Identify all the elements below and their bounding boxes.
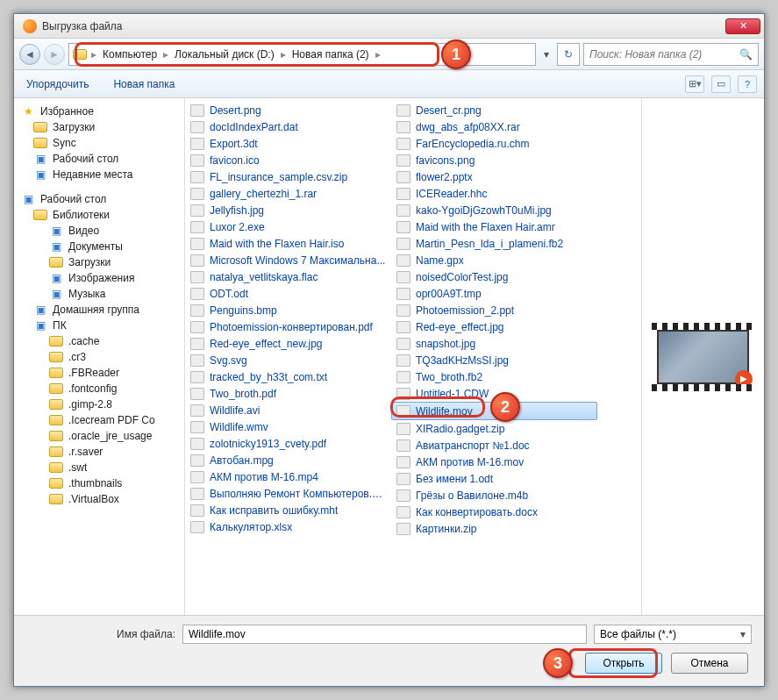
- close-button[interactable]: ✕: [725, 18, 760, 34]
- sidebar[interactable]: ★ИзбранноеЗагрузкиSync▣Рабочий стол▣Неда…: [14, 98, 185, 615]
- toolbar: Упорядочить Новая папка ⊞▾ ▭ ?: [14, 70, 764, 98]
- file-item[interactable]: tracked_by_h33t_com.txt: [185, 368, 391, 385]
- sidebar-item[interactable]: .gimp-2.8: [18, 396, 181, 412]
- file-item[interactable]: Как исправить ошибку.mht: [185, 502, 391, 518]
- sidebar-item[interactable]: .cr3: [18, 349, 181, 365]
- file-item[interactable]: Photoemission-конвертирован.pdf: [185, 318, 391, 335]
- file-item[interactable]: Wildlife.avi: [185, 402, 391, 418]
- file-item[interactable]: XIRadio.gadget.zip: [391, 420, 597, 437]
- preview-pane-button[interactable]: ▭: [711, 75, 731, 93]
- file-item[interactable]: Maid with the Flaxen Hair.iso: [185, 235, 391, 252]
- filename-input[interactable]: [182, 625, 587, 644]
- file-item[interactable]: ICEReader.hhc: [391, 185, 597, 202]
- sidebar-item[interactable]: ▣Документы: [18, 239, 181, 254]
- file-item[interactable]: Maid with the Flaxen Hair.amr: [391, 218, 597, 235]
- organize-button[interactable]: Упорядочить: [21, 75, 94, 94]
- file-item[interactable]: docIdIndexPart.dat: [185, 118, 391, 135]
- file-item[interactable]: Wildlife.wmv: [185, 418, 391, 435]
- sidebar-item[interactable]: .VirtualBox: [18, 491, 181, 507]
- sidebar-item[interactable]: .cache: [18, 333, 181, 349]
- sidebar-item[interactable]: .FBReader: [18, 365, 181, 381]
- file-item[interactable]: Two_broth.fb2: [391, 368, 597, 385]
- file-type-combo[interactable]: Все файлы (*.*) ▾: [594, 625, 752, 644]
- file-item[interactable]: Wildlife.mov: [391, 402, 597, 420]
- sidebar-item[interactable]: Загрузки: [18, 119, 181, 135]
- sidebar-item[interactable]: ▣Видео: [18, 223, 181, 239]
- file-item[interactable]: Red-eye_effect.jpg: [391, 318, 597, 335]
- file-item[interactable]: Как конвертировать.docx: [391, 504, 597, 520]
- sidebar-item[interactable]: ▣Рабочий стол: [18, 151, 181, 167]
- breadcrumb-segment[interactable]: Компьютер: [99, 46, 161, 62]
- sidebar-item[interactable]: ▣Рабочий стол: [18, 191, 181, 207]
- sidebar-item[interactable]: ▣Домашняя группа: [18, 302, 181, 318]
- sidebar-item[interactable]: .oracle_jre_usage: [18, 428, 181, 444]
- file-item[interactable]: Export.3dt: [185, 135, 391, 152]
- sidebar-item[interactable]: .thumbnails: [18, 475, 181, 491]
- file-item[interactable]: favicons.png: [391, 152, 597, 168]
- file-item[interactable]: favicon.ico: [185, 152, 391, 168]
- file-item[interactable]: Microsoft Windows 7 Максимальна...: [185, 252, 391, 268]
- help-button[interactable]: ?: [738, 75, 757, 93]
- sidebar-item[interactable]: ▣Музыка: [18, 286, 181, 302]
- file-item[interactable]: Без имени 1.odt: [391, 470, 597, 487]
- file-item[interactable]: Luxor 2.exe: [185, 218, 391, 235]
- file-item[interactable]: Untitled-1.CDW: [391, 385, 597, 402]
- file-item[interactable]: FarEncyclopedia.ru.chm: [391, 135, 597, 152]
- breadcrumb-segment[interactable]: Локальный диск (D:): [171, 46, 278, 62]
- file-item[interactable]: noisedColorTest.jpg: [391, 268, 597, 285]
- file-item[interactable]: dwg_abs_afp08XX.rar: [391, 118, 597, 135]
- file-item[interactable]: Penguins.bmp: [185, 302, 391, 318]
- file-item[interactable]: Two_broth.pdf: [185, 385, 391, 402]
- new-folder-button[interactable]: Новая папка: [108, 75, 180, 94]
- file-item[interactable]: Svg.svg: [185, 352, 391, 368]
- sidebar-item[interactable]: ▣ПК: [18, 318, 181, 333]
- file-item[interactable]: АКМ против М-16.mov: [391, 454, 597, 470]
- file-item[interactable]: Картинки.zip: [391, 520, 597, 537]
- search-box[interactable]: 🔍: [583, 43, 759, 66]
- sidebar-item[interactable]: .Icecream PDF Co: [18, 412, 181, 428]
- sidebar-item[interactable]: Загрузки: [18, 254, 181, 270]
- sidebar-item[interactable]: .fontconfig: [18, 381, 181, 396]
- file-item[interactable]: zolotnicky1913_cvety.pdf: [185, 435, 391, 452]
- refresh-button[interactable]: ↻: [557, 43, 580, 66]
- cancel-button[interactable]: Отмена: [671, 653, 748, 674]
- file-item[interactable]: gallery_chertezhi_1.rar: [185, 185, 391, 202]
- view-options-button[interactable]: ⊞▾: [685, 75, 704, 93]
- sidebar-item[interactable]: Sync: [18, 135, 181, 151]
- file-item[interactable]: Desert.png: [185, 102, 391, 118]
- file-item[interactable]: Name.gpx: [391, 252, 597, 268]
- file-item[interactable]: flower2.pptx: [391, 168, 597, 185]
- file-item[interactable]: Автобан.mpg: [185, 452, 391, 468]
- file-item[interactable]: Jellyfish.jpg: [185, 202, 391, 218]
- file-item[interactable]: snapshot.jpg: [391, 335, 597, 352]
- file-item[interactable]: Авиатранспорт №1.doc: [391, 437, 597, 454]
- file-item[interactable]: TQ3adKHzMsSI.jpg: [391, 352, 597, 368]
- sidebar-item[interactable]: ▣Недавние места: [18, 167, 181, 182]
- sidebar-item[interactable]: Библиотеки: [18, 207, 181, 223]
- file-item[interactable]: Грёзы о Вавилоне.m4b: [391, 487, 597, 504]
- file-item[interactable]: Desert_cr.png: [391, 102, 597, 118]
- back-button[interactable]: ◄: [19, 44, 40, 65]
- file-list[interactable]: Desert.pngdocIdIndexPart.datExport.3dtfa…: [185, 98, 641, 615]
- search-input[interactable]: [589, 48, 739, 61]
- file-item[interactable]: Red-eye_effect_new.jpg: [185, 335, 391, 352]
- file-item[interactable]: Калькулятор.xlsx: [185, 518, 391, 535]
- file-item[interactable]: ODT.odt: [185, 285, 391, 302]
- sidebar-item[interactable]: .swt: [18, 460, 181, 475]
- file-item[interactable]: Выполняю Ремонт Компьютеров.png: [185, 485, 391, 502]
- titlebar[interactable]: Выгрузка файла ✕: [14, 14, 764, 39]
- open-button[interactable]: Открыть: [585, 653, 662, 674]
- file-item[interactable]: natalya_vetlitskaya.flac: [185, 268, 391, 285]
- file-item[interactable]: АКМ против М-16.mp4: [185, 468, 391, 485]
- sidebar-item[interactable]: ★Избранное: [18, 104, 181, 119]
- file-item[interactable]: Photoemission_2.ppt: [391, 302, 597, 318]
- sidebar-item[interactable]: .r.saver: [18, 444, 181, 460]
- file-item[interactable]: kako-YgoiDjGzowhT0uMi.jpg: [391, 202, 597, 218]
- file-item[interactable]: Martin_Pesn_lda_i_plameni.fb2: [391, 235, 597, 252]
- forward-button[interactable]: ►: [44, 44, 65, 65]
- breadcrumb-segment[interactable]: Новая папка (2): [289, 46, 373, 62]
- file-item[interactable]: FL_insurance_sample.csv.zip: [185, 168, 391, 185]
- sidebar-item[interactable]: ▣Изображения: [18, 270, 181, 286]
- address-bar[interactable]: ▸Компьютер▸Локальный диск (D:)▸Новая пап…: [68, 43, 536, 66]
- file-item[interactable]: opr00A9T.tmp: [391, 285, 597, 302]
